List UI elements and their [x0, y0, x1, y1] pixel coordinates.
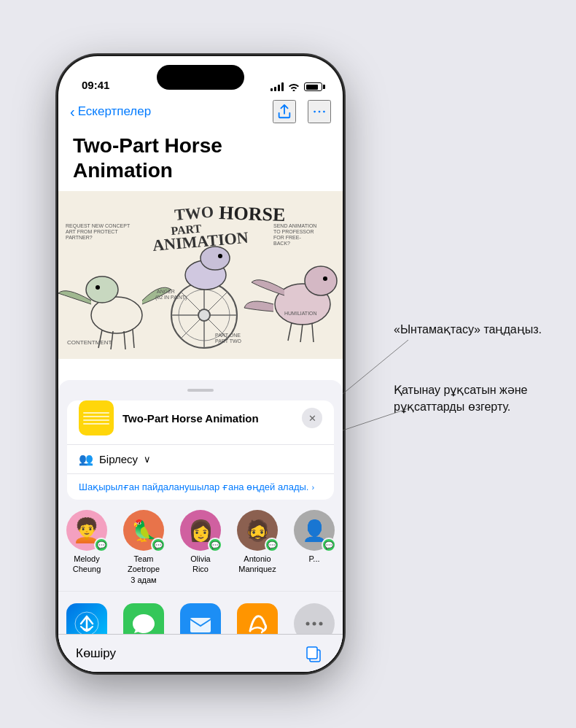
svg-point-31	[323, 276, 327, 281]
collaborate-icon: 👥	[79, 452, 93, 466]
copy-button[interactable]: Көшіру	[76, 646, 116, 661]
collaborate-button[interactable]: 👥 Бірлесу ∨	[67, 444, 334, 473]
svg-text:PARTNER?: PARTNER?	[66, 235, 93, 240]
svg-text:ANGER: ANGER	[157, 289, 175, 294]
note-content: Two-Part HorseAnimation TWO PART ANIMATI…	[58, 128, 343, 672]
navigation-bar: ‹ Ескертпелер	[58, 96, 343, 128]
note-icon	[79, 400, 114, 435]
contact-item[interactable]: 👩 💬 OliviaRico	[172, 510, 229, 585]
status-icons	[271, 82, 322, 91]
dynamic-island	[157, 65, 244, 90]
annotation-text-1: «Ынтамақтасу» таңдаңыз.	[394, 323, 542, 336]
contact-avatar: 🧑‍🦱 💬	[66, 510, 107, 551]
back-button[interactable]: ‹ Ескертпелер	[70, 104, 151, 119]
svg-text:FOR FREE-: FOR FREE-	[273, 235, 301, 240]
phone-frame: 09:41 ‹ Ескертпелер	[58, 56, 343, 672]
message-badge: 💬	[208, 538, 222, 552]
more-button[interactable]	[308, 100, 331, 123]
message-badge: 💬	[151, 538, 166, 552]
contacts-row: 🧑‍🦱 💬 MelodyCheung 🦜 💬 Team Zoetrope3 ад…	[58, 500, 343, 588]
contact-name: MelodyCheung	[73, 554, 101, 575]
share-header: Two-Part Horse Animation ✕	[67, 400, 334, 444]
sheet-handle	[187, 389, 214, 392]
svg-point-0	[314, 111, 316, 113]
svg-text:BACK?: BACK?	[273, 241, 290, 246]
svg-point-10	[86, 276, 118, 303]
contact-name: P...	[308, 554, 319, 564]
share-sheet: Two-Part Horse Animation ✕ 👥 Бірлесу ∨ Ш…	[58, 380, 343, 672]
contact-item[interactable]: 👤 💬 P...	[286, 510, 343, 585]
bottom-bar: Көшіру	[58, 634, 343, 672]
svg-text:TWO: TWO	[174, 203, 214, 225]
collaborate-label: Бірлесу	[99, 453, 138, 465]
signal-icon	[271, 82, 284, 91]
svg-point-49	[319, 622, 323, 626]
message-badge: 💬	[322, 538, 336, 552]
svg-point-22	[198, 309, 210, 321]
annotation-2: Қатынау рұқсатын және рұқсаттарды өзгерт…	[394, 382, 554, 415]
svg-rect-51	[307, 647, 317, 659]
contact-item[interactable]: 🧔 💬 AntonioManriquez	[229, 510, 286, 585]
annotations-area: «Ынтамақтасу» таңдаңыз. Қатынау рұқсатын…	[394, 321, 554, 452]
contact-name: AntonioManriquez	[238, 554, 276, 575]
status-time: 09:41	[82, 79, 109, 91]
back-label: Ескертпелер	[78, 104, 152, 119]
svg-text:REQUEST NEW CONCEPT: REQUEST NEW CONCEPT	[66, 223, 131, 229]
dropdown-chevron-icon: ∨	[144, 454, 151, 465]
contact-item[interactable]: 🧑‍🦱 💬 MelodyCheung	[58, 510, 115, 585]
access-chevron-icon: ›	[311, 483, 314, 492]
note-title: Two-Part HorseAnimation	[58, 128, 343, 191]
svg-point-1	[319, 111, 321, 113]
copy-icon[interactable]	[302, 642, 325, 665]
svg-point-27	[305, 266, 337, 295]
contact-avatar: 🦜 💬	[123, 510, 164, 551]
wifi-icon	[288, 82, 300, 91]
svg-point-25	[218, 254, 222, 258]
svg-point-48	[313, 622, 316, 626]
contact-item[interactable]: 🦜 💬 Team Zoetrope3 адам	[115, 510, 172, 585]
contact-avatar: 👤 💬	[294, 510, 335, 551]
svg-text:ART FROM PROTECT: ART FROM PROTECT	[66, 229, 118, 234]
close-button[interactable]: ✕	[302, 408, 322, 428]
svg-point-24	[201, 247, 230, 270]
svg-text:(02 IN PAINT): (02 IN PAINT)	[155, 295, 187, 301]
svg-point-15	[96, 285, 100, 290]
message-badge: 💬	[94, 538, 109, 552]
svg-point-47	[306, 622, 310, 626]
svg-text:HUMILIATION: HUMILIATION	[284, 311, 317, 316]
contact-avatar: 👩 💬	[180, 510, 221, 551]
collaborate-section: 👥 Бірлесу ∨	[67, 444, 334, 473]
svg-text:HORSE: HORSE	[219, 202, 286, 225]
nav-actions	[273, 100, 331, 123]
svg-text:CONTENTMENT: CONTENTMENT	[67, 339, 112, 346]
svg-text:PART TWO: PART TWO	[215, 338, 242, 344]
chevron-left-icon: ‹	[70, 104, 75, 119]
svg-point-2	[323, 111, 325, 113]
share-note-title: Two-Part Horse Animation	[122, 412, 293, 425]
battery-icon	[304, 82, 322, 91]
access-info[interactable]: Шақырылған пайдаланушылар ғана өңдей ала…	[67, 473, 334, 500]
svg-text:PART ONE: PART ONE	[215, 333, 241, 338]
annotation-1: «Ынтамақтасу» таңдаңыз.	[394, 321, 554, 338]
contact-avatar: 🧔 💬	[237, 510, 278, 551]
note-sketch-image: TWO PART ANIMATION HORSE	[58, 191, 343, 359]
svg-text:SEND ANIMATION: SEND ANIMATION	[273, 223, 316, 228]
message-badge: 💬	[265, 538, 279, 552]
contact-name: OliviaRico	[190, 554, 211, 575]
svg-text:TO PROFESSOR: TO PROFESSOR	[273, 229, 314, 234]
annotation-text-2: Қатынау рұқсатын және рұқсаттарды өзгерт…	[394, 384, 527, 413]
contact-name: Team Zoetrope3 адам	[118, 554, 169, 585]
access-text: Шақырылған пайдаланушылар ғана өңдей ала…	[79, 481, 322, 492]
share-button[interactable]	[273, 100, 296, 123]
